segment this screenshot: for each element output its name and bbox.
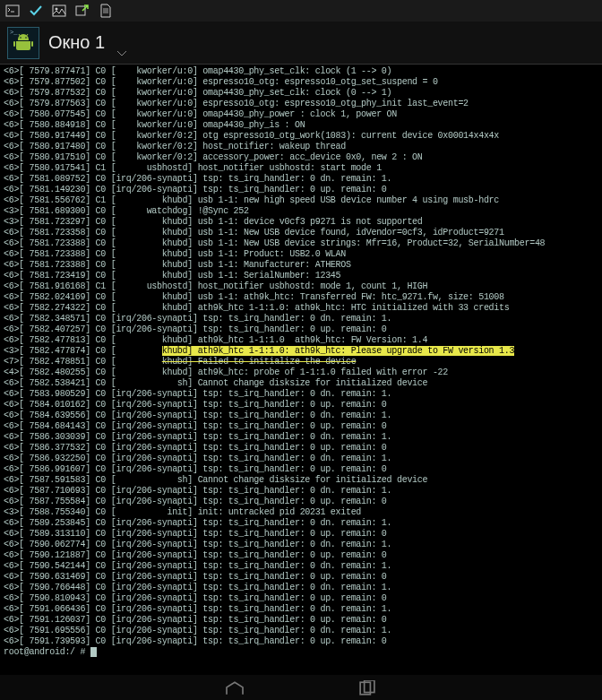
log-line: <6>[ 7580.884918] C0 [ kworker/u:0] omap… <box>4 120 598 131</box>
log-line: <6>[ 7590.542144] C0 [irq/206-synapti] t… <box>4 561 598 572</box>
log-line: <6>[ 7589.313110] C0 [irq/206-synapti] t… <box>4 529 598 540</box>
document-icon[interactable] <box>99 4 113 18</box>
shell-prompt[interactable]: root@android:/ # <box>4 647 598 658</box>
log-line: <6>[ 7581.723388] C0 [ khubd] usb 1-1: N… <box>4 238 598 249</box>
window-title: Окно 1 <box>48 32 105 53</box>
top-toolbar <box>0 0 602 22</box>
log-line: <6>[ 7580.917480] C0 [ kworker/0:2] host… <box>4 142 598 152</box>
log-line: <3>[ 7582.477874] C0 [ khubd] ath9k_htc … <box>4 346 598 357</box>
svg-point-2 <box>56 8 58 11</box>
log-line: <7>[ 7582.478851] C0 [ khubd] Failed to … <box>4 357 598 367</box>
log-line: <6>[ 7591.695556] C0 [irq/206-synapti] t… <box>4 626 598 636</box>
recent-apps-button[interactable] <box>355 680 380 696</box>
log-line: <6>[ 7581.723388] C0 [ khubd] usb 1-1: M… <box>4 260 598 271</box>
title-bar: Окно 1 <box>0 22 602 65</box>
log-line: <3>[ 7588.755340] C0 [ init] init: untra… <box>4 507 598 518</box>
log-line: <6>[ 7590.062774] C0 [irq/206-synapti] t… <box>4 540 598 550</box>
app-icon[interactable] <box>7 27 39 59</box>
dropdown-indicator-icon[interactable] <box>117 51 126 56</box>
svg-rect-0 <box>6 5 19 16</box>
log-line: <3>[ 7581.689300] C0 [ watchdog] !@Sync … <box>4 206 598 217</box>
home-button[interactable] <box>222 680 247 696</box>
log-line: <4>[ 7582.480255] C0 [ khubd] ath9k_htc:… <box>4 367 598 378</box>
cursor <box>90 647 97 657</box>
log-line: <6>[ 7580.917541] C1 [ usbhostd] host_no… <box>4 163 598 174</box>
log-line: <6>[ 7584.684143] C0 [irq/206-synapti] t… <box>4 421 598 432</box>
log-line: <6>[ 7582.348571] C0 [irq/206-synapti] t… <box>4 314 598 324</box>
log-line: <6>[ 7590.766448] C0 [irq/206-synapti] t… <box>4 583 598 593</box>
log-line: <6>[ 7581.556762] C1 [ khubd] usb 1-1: n… <box>4 195 598 206</box>
terminal-output[interactable]: <6>[ 7579.877471] C0 [ kworker/u:0] omap… <box>0 65 602 660</box>
log-line: <6>[ 7579.877471] C0 [ kworker/u:0] omap… <box>4 66 598 77</box>
log-line: <6>[ 7579.877563] C0 [ kworker/u:0] espr… <box>4 99 598 109</box>
log-line: <3>[ 7581.723297] C0 [ khubd] usb 1-1: d… <box>4 217 598 228</box>
log-line: <6>[ 7579.877532] C0 [ kworker/u:0] omap… <box>4 88 598 99</box>
log-line: <6>[ 7591.066436] C0 [irq/206-synapti] t… <box>4 604 598 615</box>
log-line: <6>[ 7590.810943] C0 [irq/206-synapti] t… <box>4 593 598 604</box>
log-line: <6>[ 7590.631469] C0 [irq/206-synapti] t… <box>4 572 598 583</box>
image-icon[interactable] <box>52 4 66 18</box>
log-line: <6>[ 7580.077545] C0 [ kworker/u:0] omap… <box>4 109 598 120</box>
log-line: <6>[ 7590.121887] C0 [irq/206-synapti] t… <box>4 550 598 561</box>
log-line: <6>[ 7583.980529] C0 [irq/206-synapti] t… <box>4 389 598 400</box>
android-nav-bar <box>0 675 602 700</box>
log-line: <6>[ 7581.723388] C0 [ khubd] usb 1-1: P… <box>4 249 598 260</box>
log-line: <6>[ 7579.877502] C0 [ kworker/u:0] espr… <box>4 77 598 88</box>
log-line: <6>[ 7580.917510] C0 [ kworker/0:2] acce… <box>4 152 598 163</box>
log-line: <6>[ 7586.932250] C0 [irq/206-synapti] t… <box>4 454 598 464</box>
log-line: <6>[ 7591.739593] C0 [irq/206-synapti] t… <box>4 636 598 647</box>
log-line: <6>[ 7581.089752] C0 [irq/206-synapti] t… <box>4 174 598 185</box>
log-line: <6>[ 7581.149230] C0 [irq/206-synapti] t… <box>4 185 598 195</box>
log-line: <6>[ 7584.010162] C0 [irq/206-synapti] t… <box>4 400 598 410</box>
log-line: <6>[ 7584.639556] C0 [irq/206-synapti] t… <box>4 410 598 421</box>
svg-rect-6 <box>13 41 15 47</box>
log-line: <6>[ 7587.710693] C0 [irq/206-synapti] t… <box>4 486 598 497</box>
log-line: <6>[ 7580.917449] C0 [ kworker/0:2] otg … <box>4 131 598 142</box>
svg-rect-3 <box>76 6 85 15</box>
log-line: <6>[ 7581.916168] C1 [ usbhostd] host_no… <box>4 281 598 292</box>
log-line: <6>[ 7582.274322] C0 [ khubd] ath9k_htc … <box>4 303 598 314</box>
log-line: <6>[ 7587.591583] C0 [ sh] Cannot change… <box>4 475 598 486</box>
log-line: <6>[ 7581.723419] C0 [ khubd] usb 1-1: S… <box>4 271 598 281</box>
log-line: <6>[ 7587.755584] C0 [irq/206-synapti] t… <box>4 497 598 507</box>
log-line: <6>[ 7586.991607] C0 [irq/206-synapti] t… <box>4 464 598 475</box>
log-line: <6>[ 7581.723358] C0 [ khubd] usb 1-1: N… <box>4 228 598 238</box>
terminal-icon[interactable] <box>5 4 20 18</box>
log-line: <6>[ 7582.538421] C0 [ sh] Cannot change… <box>4 378 598 389</box>
log-line: <6>[ 7586.377532] C0 [irq/206-synapti] t… <box>4 443 598 454</box>
export-icon[interactable] <box>75 4 90 18</box>
log-line: <6>[ 7589.253845] C0 [irq/206-synapti] t… <box>4 518 598 529</box>
log-line: <6>[ 7582.477813] C0 [ khubd] ath9k_htc … <box>4 335 598 346</box>
log-line: <6>[ 7586.303039] C0 [irq/206-synapti] t… <box>4 432 598 443</box>
svg-point-5 <box>25 37 27 39</box>
checkmark-icon[interactable] <box>29 4 43 18</box>
log-line: <6>[ 7591.126037] C0 [irq/206-synapti] t… <box>4 615 598 626</box>
svg-rect-7 <box>31 41 33 47</box>
log-line: <6>[ 7582.024169] C0 [ khubd] usb 1-1: a… <box>4 292 598 303</box>
svg-point-4 <box>20 37 22 39</box>
log-line: <6>[ 7582.407257] C0 [irq/206-synapti] t… <box>4 324 598 335</box>
